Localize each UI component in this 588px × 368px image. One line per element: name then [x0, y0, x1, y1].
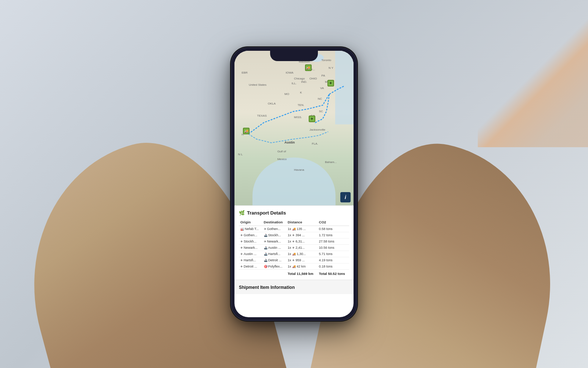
cell-distance: 1x 🚚 42 km: [286, 263, 318, 270]
map-label-ind: IND.: [301, 80, 307, 84]
map-label-sc: SC: [319, 110, 323, 113]
shipment-section: Shipment Item Information: [234, 280, 354, 294]
table-row: ✈Gothen... 🚢Stockh... 1x ✈ 394 ... 1.72 …: [239, 232, 349, 238]
cell-total-label: [239, 270, 286, 277]
col-distance: Distance: [286, 219, 318, 226]
panel-header: 🌿 Transport Details: [239, 210, 349, 216]
map-label-pa: PA: [322, 74, 325, 77]
map-label-k: K: [300, 91, 302, 94]
cell-destination: 🎯Polyflex...: [262, 263, 286, 270]
marker-atlanta: ✈: [309, 116, 315, 122]
map-label-ebr: EBR: [241, 71, 247, 74]
transport-table: Origin Destination Distance CO2 🏭Nefab T…: [239, 219, 349, 277]
cell-distance: 1x 🚚 1,30...: [286, 251, 318, 257]
table-row: ✈Detroit ... 🎯Polyflex... 1x 🚚 42 km 0.1…: [239, 263, 349, 270]
cell-distance: 1x ✈ 6,31...: [286, 238, 318, 245]
map-label-chicago: Chicago: [294, 77, 305, 80]
map-label-miss: MISS.: [294, 116, 302, 119]
map-label-ill: ILL.: [292, 82, 297, 85]
cell-co2: 0.18 tons: [318, 263, 349, 270]
map-label-ten: TEN.: [298, 103, 304, 107]
total-row: Total 11,569 km Total 50.52 tons: [239, 270, 349, 277]
cell-co2: 1.72 tons: [318, 232, 349, 238]
cell-destination: 🚢Hartsfi...: [262, 251, 286, 257]
col-destination: Destination: [262, 219, 286, 226]
cell-distance: 1x ✈ 2,41...: [286, 245, 318, 251]
cell-destination: ✈Gothen...: [262, 226, 286, 232]
map-label-fla: FLA.: [312, 142, 318, 145]
map-background: D Madison Toronto EBR IOWA Detr... Chica…: [234, 51, 354, 205]
col-origin: Origin: [239, 219, 262, 226]
cell-co2: 0.58 tons: [318, 226, 349, 232]
phone-frame: D Madison Toronto EBR IOWA Detr... Chica…: [232, 48, 356, 320]
map-label-bahamas: Baham...: [325, 160, 337, 164]
map-label-va: VA: [320, 86, 324, 90]
cell-destination: ✈Newark...: [262, 238, 286, 245]
cell-origin: ✈Gothen...: [239, 232, 262, 238]
map-label-texas: TEXAS: [257, 114, 267, 117]
map-label-nc: NC: [318, 97, 322, 100]
table-row: ✈Newark... 🚢Austin ... 1x ✈ 2,41... 10.5…: [239, 245, 349, 251]
cell-distance: 1x 🚚 135 ...: [286, 226, 318, 232]
cell-total-distance: Total 11,569 km: [286, 270, 318, 277]
panel-title: Transport Details: [247, 210, 286, 216]
map-label-ny: N Y: [329, 66, 333, 70]
cell-co2: 27.58 tons: [318, 238, 349, 245]
cell-origin: ✈Newark...: [239, 245, 262, 251]
leaf-icon: 🌿: [239, 210, 245, 216]
col-co2: CO2: [318, 219, 349, 226]
cell-co2: 5.71 tons: [318, 251, 349, 257]
cell-origin: ✈Austin ...: [239, 251, 262, 257]
shipment-title: Shipment Item Information: [239, 285, 295, 290]
table-row: ✈Hartsfi... 🚢Detroit ... 1x ✈ 959 ... 4.…: [239, 257, 349, 263]
cell-total-co2: Total 50.52 tons: [318, 270, 349, 277]
table-row: 🏭Nefab T... ✈Gothen... 1x 🚚 135 ... 0.58…: [239, 226, 349, 232]
map-label-iowa: IOWA: [286, 71, 293, 74]
map-area[interactable]: D Madison Toronto EBR IOWA Detr... Chica…: [234, 51, 354, 205]
cell-origin: ✈Hartsfi...: [239, 257, 262, 263]
map-label-okla: OKLA: [268, 102, 276, 105]
cell-destination: 🚢Austin ...: [262, 245, 286, 251]
table-row: ✈Austin ... 🚢Hartsfi... 1x 🚚 1,30... 5.7…: [239, 251, 349, 257]
cell-destination: 🚢Stockh...: [262, 232, 286, 238]
marker-newark: ✈: [327, 80, 334, 86]
map-label-jacksonville: Jacksonville: [309, 128, 325, 131]
marker-detroit: 🚚: [305, 64, 312, 71]
info-button[interactable]: i: [340, 192, 351, 202]
cell-origin: 🏭Nefab T...: [239, 226, 262, 232]
cell-origin: ✈Stockh...: [239, 238, 262, 245]
cell-distance: 1x ✈ 394 ...: [286, 232, 318, 238]
map-label-gulf1: Gulf of: [277, 150, 286, 153]
map-label-mo: MO: [284, 92, 289, 96]
notch: [270, 51, 318, 61]
transport-panel: 🌿 Transport Details Origin Destination D…: [234, 205, 354, 280]
map-label-nl: N L: [238, 153, 243, 156]
cell-origin: ✈Detroit ...: [239, 263, 262, 270]
cell-destination: 🚢Detroit ...: [262, 257, 286, 263]
table-row: ✈Stockh... ✈Newark... 1x ✈ 6,31... 27.58…: [239, 238, 349, 245]
phone-screen: D Madison Toronto EBR IOWA Detr... Chica…: [234, 51, 354, 317]
cell-co2: 4.19 tons: [318, 257, 349, 263]
map-label-austin: Austin: [284, 141, 295, 144]
cell-distance: 1x ✈ 959 ...: [286, 257, 318, 263]
marker-houston: 🚚: [243, 128, 250, 134]
phone-wrapper: D Madison Toronto EBR IOWA Detr... Chica…: [232, 48, 356, 320]
map-label-ohio: OHIO: [309, 77, 317, 80]
cell-co2: 10.56 tons: [318, 245, 349, 251]
map-label-us: United States: [249, 83, 266, 86]
